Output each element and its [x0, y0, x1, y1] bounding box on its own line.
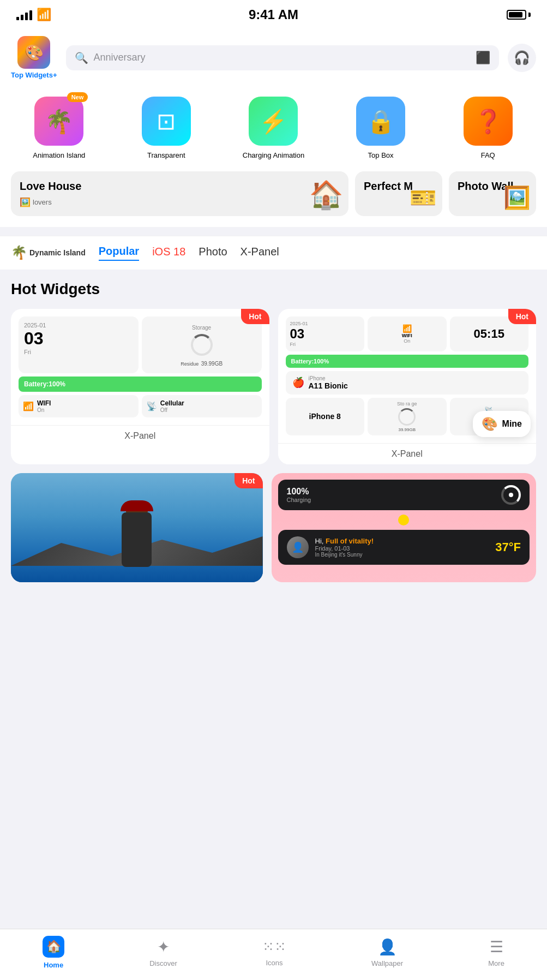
di-dot: [398, 515, 409, 525]
hot-badge-right: Hot: [508, 309, 536, 324]
section-divider-1: [0, 227, 547, 231]
status-bar: 📶 9:41 AM: [0, 0, 547, 29]
nav-home[interactable]: 🏠 Home: [43, 936, 64, 969]
nav-wallpaper[interactable]: 👤 Wallpaper: [371, 938, 403, 967]
tab-logo-icon: 🌴: [11, 245, 27, 260]
wifi-icon: 📶: [37, 8, 51, 22]
widget-xpanel-left[interactable]: Hot 2025-01 03 Fri Storage Residue 39.99…: [11, 309, 269, 464]
battery-icon: [507, 10, 531, 20]
widget-xpanel-right[interactable]: Hot 2025-01 03 Fri 📶 WIFI On: [278, 309, 537, 464]
xpanel-wifi-left: 📶 WIFI On: [19, 395, 139, 417]
home-icon: 🏠: [43, 936, 64, 958]
app-icon-transparent[interactable]: ⊡ Transparent: [118, 97, 215, 160]
mine-button[interactable]: 🎨 Mine: [473, 411, 531, 437]
nav-home-label: Home: [44, 961, 63, 969]
search-placeholder: Anniversary: [94, 52, 146, 63]
mine-label: Mine: [502, 419, 522, 429]
xpanel-chip-right: 🍎 iPhone A11 Bionic: [286, 371, 529, 395]
category-card-perfect-m[interactable]: Perfect M 🎫: [355, 171, 442, 216]
support-button[interactable]: 🎧: [508, 44, 536, 72]
status-time: 9:41 AM: [249, 7, 298, 22]
nav-icons-label: Icons: [266, 959, 282, 967]
category-card-photo-wall[interactable]: Photo Wall 🖼️: [449, 171, 536, 216]
search-icon: 🔍: [75, 51, 88, 64]
tab-dynamic-island-logo[interactable]: 🌴 Dynamic Island: [11, 245, 86, 260]
tab-popular[interactable]: Popular: [99, 245, 139, 261]
signal-bars-icon: [16, 9, 32, 20]
perfect-m-icon: 🎫: [410, 185, 437, 211]
tab-photo[interactable]: Photo: [199, 246, 227, 260]
hot-widgets-section: Hot Widgets Hot 2025-01 03 Fri Storage: [0, 270, 547, 593]
nav-discover[interactable]: ✦ Discover: [149, 938, 177, 967]
di-avatar: 👤: [287, 536, 309, 558]
xpanel-battery-left: Battery:100%: [19, 377, 262, 392]
app-icons-section: 🌴 New Animation Island ⊡ Transparent ⚡ C…: [0, 88, 547, 171]
mine-icon: 🎨: [482, 416, 498, 432]
search-bar[interactable]: 🔍 Anniversary ⬛: [66, 45, 500, 70]
xpanel-storage-left: Storage Residue 39.99GB: [142, 316, 262, 373]
discover-icon: ✦: [157, 938, 170, 956]
xpanel-date-left: 2025-01 03 Fri: [19, 316, 139, 373]
header: 🎨 Top Widgets+ 🔍 Anniversary ⬛ 🎧: [0, 29, 547, 88]
icons-icon: ⁙⁙: [262, 939, 286, 955]
love-house-icon: 🏠: [309, 179, 343, 211]
app-icon-label-animation-island: Animation Island: [33, 151, 85, 160]
category-cards-row: Love House 🖼️ lovers 🏠 Perfect M 🎫 Photo…: [11, 171, 536, 216]
category-card-love-house[interactable]: Love House 🖼️ lovers 🏠: [11, 171, 348, 216]
logo-text: Top Widgets+: [11, 71, 57, 79]
tabs-section: 🌴 Dynamic Island Popular iOS 18 Photo X-…: [0, 236, 547, 270]
app-icon-faq[interactable]: ❓ FAQ: [440, 97, 536, 160]
app-icon-label-topbox: Top Box: [368, 151, 394, 160]
nav-discover-label: Discover: [149, 959, 177, 967]
app-icon-label-charging: Charging Animation: [243, 151, 304, 160]
widget-photo-portrait[interactable]: Hot: [11, 473, 263, 582]
xpanel-date-right: 2025-01 03 Fri: [286, 316, 365, 351]
tab-logo-text: Dynamic Island: [29, 248, 86, 257]
logo-icon: 🎨: [17, 36, 50, 69]
app-icon-label-transparent: Transparent: [147, 151, 185, 160]
photo-wall-icon: 🖼️: [503, 185, 531, 211]
xpanel-cellular-left: 📡 Cellular Off: [142, 395, 262, 417]
hot-widgets-title: Hot Widgets: [11, 280, 536, 298]
nav-wallpaper-label: Wallpaper: [371, 959, 403, 967]
nav-more-label: More: [488, 959, 504, 967]
di-info-bar: 👤 Hi, Full of vitality! Friday, 01-03 In…: [278, 530, 530, 565]
xpanel-wifi-right: 📶 WIFI On: [368, 316, 447, 351]
nav-icons[interactable]: ⁙⁙ Icons: [262, 939, 286, 967]
wallpaper-icon: 👤: [378, 938, 397, 956]
status-left: 📶: [16, 8, 51, 22]
bottom-spacer: [0, 593, 547, 648]
scan-icon: ⬛: [476, 51, 490, 65]
app-icons-row: 🌴 New Animation Island ⊡ Transparent ⚡ C…: [11, 97, 536, 160]
tab-ios18[interactable]: iOS 18: [152, 246, 185, 260]
app-icon-animation-island[interactable]: 🌴 New Animation Island: [11, 97, 107, 160]
tab-xpanel[interactable]: X-Panel: [241, 246, 279, 260]
widgets-row-top: Hot 2025-01 03 Fri Storage Residue 39.99…: [11, 309, 536, 464]
app-icon-label-faq: FAQ: [481, 151, 495, 160]
widget-dynamic-island[interactable]: 100% Charging 👤 Hi, Full of vitality! Fr…: [272, 473, 537, 582]
new-badge: New: [67, 92, 88, 102]
category-section: Love House 🖼️ lovers 🏠 Perfect M 🎫 Photo…: [0, 171, 547, 227]
category-love-house-title: Love House: [20, 180, 340, 193]
category-love-house-subtitle: 🖼️ lovers: [20, 197, 340, 207]
bottom-widgets-row: Hot 100% Charging: [11, 473, 536, 582]
more-icon: ☰: [490, 938, 503, 956]
hot-badge-left: Hot: [241, 309, 269, 324]
app-icon-topbox[interactable]: 🔒 Top Box: [333, 97, 429, 160]
widget-label-left: X-Panel: [11, 425, 269, 446]
xpanel-battery-right: Battery:100%: [286, 355, 529, 368]
app-logo[interactable]: 🎨 Top Widgets+: [11, 36, 57, 79]
widget-label-right: X-Panel: [278, 443, 537, 464]
bottom-nav: 🏠 Home ✦ Discover ⁙⁙ Icons 👤 Wallpaper ☰…: [0, 929, 547, 980]
xpanel-storage-right: Sto ra ge 39.99GB: [368, 398, 447, 435]
nav-more[interactable]: ☰ More: [488, 938, 504, 967]
hot-badge-photo: Hot: [235, 473, 262, 488]
app-icon-charging[interactable]: ⚡ Charging Animation: [225, 97, 322, 160]
xpanel-iphone-right: iPhone 8: [286, 398, 365, 435]
di-charging-bar: 100% Charging: [278, 480, 530, 510]
